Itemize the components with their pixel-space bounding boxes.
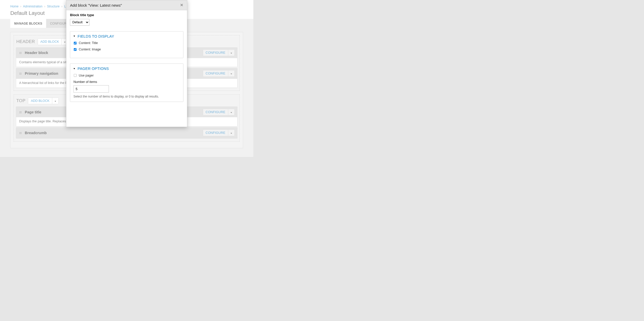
add-block-dialog: Add block "View: Latest news" ✕ Block ti… [66,0,187,127]
block-title-type-label: Block title type [70,13,183,17]
use-pager-checkbox[interactable] [74,74,77,77]
block-title-type-select[interactable]: Default [70,19,89,26]
num-items-label: Number of items [74,80,180,84]
dialog-body[interactable]: Block title type Default FIELDS TO DISPL… [66,10,187,127]
pager-options-toggle[interactable]: PAGER OPTIONS [74,67,180,71]
field-content-image-checkbox[interactable] [74,48,77,51]
num-items-input[interactable] [74,85,109,93]
use-pager-label: Use pager [79,74,94,77]
fields-to-display-fieldset: FIELDS TO DISPLAY Content: Title Content… [70,31,183,58]
field-content-title-checkbox[interactable] [74,42,77,45]
field-label: Content: Image [79,48,101,51]
pager-options-fieldset: PAGER OPTIONS Use pager Number of items … [70,63,183,102]
fields-to-display-toggle[interactable]: FIELDS TO DISPLAY [74,34,180,38]
field-label: Content: Title [79,41,98,45]
chevron-down-icon [74,36,75,37]
num-items-help: Select the number of items to display, o… [74,95,180,98]
close-icon[interactable]: ✕ [180,3,183,7]
chevron-down-icon [74,68,75,69]
dialog-title: Add block "View: Latest news" [70,3,122,7]
